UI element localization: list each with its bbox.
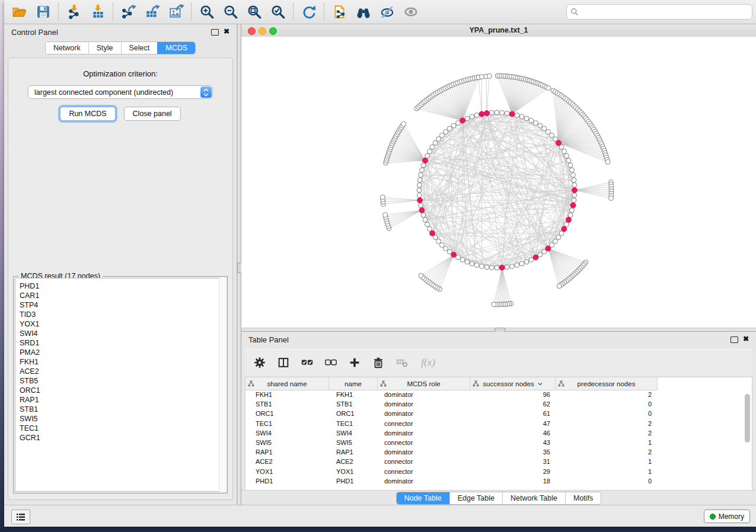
tab-motifs[interactable]: Motifs bbox=[565, 492, 601, 504]
column-header-successor-nodes[interactable]: successor nodes bbox=[470, 377, 556, 390]
float-panel-icon[interactable] bbox=[731, 336, 738, 343]
table-row-YOX1[interactable]: YOX1YOX1connector291 bbox=[245, 467, 743, 476]
table-row-ORC1[interactable]: ORC1ORC1dominator610 bbox=[245, 409, 743, 418]
table-row-RAP1[interactable]: RAP1RAP1dominator352 bbox=[245, 447, 743, 457]
scrollbar-thumb[interactable] bbox=[745, 394, 750, 443]
table-row-FKH1[interactable]: FKH1FKH1dominator962 bbox=[245, 390, 743, 399]
optimization-criterion-select[interactable]: largest connected component (undirected) bbox=[28, 85, 213, 99]
zoom-out-icon[interactable] bbox=[219, 2, 243, 22]
mcds-result-node[interactable]: PMA2 bbox=[20, 348, 225, 357]
mcds-result-node[interactable]: RAP1 bbox=[20, 395, 225, 405]
tab-mcds[interactable]: MCDS bbox=[157, 42, 195, 54]
select-all-icon[interactable] bbox=[299, 355, 315, 370]
mcds-result-node[interactable]: STB5 bbox=[20, 376, 225, 386]
mcds-result-node[interactable]: YOX1 bbox=[20, 319, 225, 329]
settings-gear-icon[interactable] bbox=[252, 355, 267, 370]
preview-icon[interactable] bbox=[399, 2, 423, 22]
search-input[interactable] bbox=[581, 7, 748, 17]
open-file-icon[interactable] bbox=[8, 2, 31, 22]
cell-predecessor-nodes: 1 bbox=[616, 457, 652, 466]
cell-name: TEC1 bbox=[336, 419, 353, 428]
delete-column-icon[interactable] bbox=[371, 355, 386, 370]
memory-button[interactable]: Memory bbox=[704, 509, 750, 523]
network-canvas[interactable] bbox=[241, 37, 756, 328]
export-image-icon[interactable] bbox=[164, 2, 188, 22]
mcds-result-node[interactable]: SWI4 bbox=[20, 329, 225, 338]
cell-predecessor-nodes: 1 bbox=[616, 438, 652, 447]
cell-predecessor-nodes: 2 bbox=[616, 419, 652, 428]
cell-predecessor-nodes: 0 bbox=[616, 399, 652, 409]
import-network-icon[interactable] bbox=[62, 2, 86, 22]
table-row-STB1[interactable]: STB1STB1dominator620 bbox=[245, 399, 743, 409]
horizontal-splitter[interactable] bbox=[241, 328, 756, 332]
table-row-PHD1[interactable]: PHD1PHD1dominator180 bbox=[245, 476, 743, 486]
column-header-name[interactable]: name bbox=[329, 377, 378, 390]
find-icon[interactable] bbox=[352, 2, 375, 22]
column-type-icon bbox=[248, 380, 254, 387]
save-session-icon[interactable] bbox=[31, 2, 55, 22]
cell-predecessor-nodes: 2 bbox=[616, 428, 652, 438]
mcds-result-node[interactable]: STP4 bbox=[20, 300, 225, 310]
close-panel-button[interactable]: Close panel bbox=[124, 107, 181, 121]
mcds-result-node[interactable]: SWI5 bbox=[20, 414, 225, 424]
search-box[interactable] bbox=[566, 4, 752, 20]
mcds-result-node[interactable]: PHD1 bbox=[20, 281, 225, 291]
column-header-MCDS-role[interactable]: MCDS role bbox=[378, 377, 470, 390]
close-panel-icon[interactable]: ✖ bbox=[224, 27, 229, 36]
tab-node-table[interactable]: Node Table bbox=[397, 492, 449, 504]
cell-successor-nodes: 62 bbox=[515, 399, 550, 409]
cell-shared-name: FKH1 bbox=[256, 390, 272, 399]
cell-name: ACE2 bbox=[336, 457, 353, 466]
mcds-result-node[interactable]: CAR1 bbox=[20, 291, 225, 300]
close-panel-icon[interactable]: ✖ bbox=[743, 335, 749, 343]
mcds-list-scrollbar[interactable] bbox=[219, 278, 226, 492]
zoom-in-icon[interactable] bbox=[195, 2, 219, 22]
task-history-button[interactable] bbox=[11, 509, 30, 524]
add-column-icon[interactable] bbox=[347, 355, 362, 370]
tab-network[interactable]: Network bbox=[46, 42, 88, 54]
vertical-splitter[interactable] bbox=[237, 24, 241, 505]
tab-style[interactable]: Style bbox=[88, 42, 121, 54]
clone-network-icon[interactable] bbox=[328, 2, 352, 22]
export-table-icon[interactable] bbox=[141, 2, 164, 22]
mcds-result-node[interactable]: TID3 bbox=[20, 310, 225, 319]
network-graph[interactable] bbox=[241, 37, 756, 328]
import-table-icon[interactable] bbox=[86, 2, 110, 22]
table-row-ACE2[interactable]: ACE2ACE2connector311 bbox=[245, 457, 743, 466]
cell-mcds-role: dominator bbox=[384, 409, 413, 418]
network-window-title: YPA_prune.txt_1 bbox=[241, 26, 756, 34]
tab-select[interactable]: Select bbox=[121, 42, 158, 54]
zoom-fit-icon[interactable] bbox=[243, 2, 266, 22]
column-layout-icon[interactable] bbox=[276, 355, 291, 370]
mcds-result-node[interactable]: ORC1 bbox=[20, 386, 225, 395]
cell-name: ORC1 bbox=[336, 409, 355, 418]
mcds-result-node[interactable]: FKH1 bbox=[20, 357, 225, 367]
run-mcds-button[interactable]: Run MCDS bbox=[60, 107, 115, 121]
cell-name: STB1 bbox=[336, 399, 353, 409]
cell-successor-nodes: 47 bbox=[515, 419, 550, 428]
refresh-icon[interactable] bbox=[297, 2, 321, 22]
table-row-SWI4[interactable]: SWI4SWI4dominator462 bbox=[245, 428, 743, 438]
deselect-all-icon[interactable] bbox=[323, 355, 339, 370]
mcds-result-node[interactable]: ACE2 bbox=[20, 367, 225, 376]
select-stepper-icon bbox=[200, 86, 212, 98]
column-header-shared-name[interactable]: shared name bbox=[245, 377, 329, 390]
cell-name: SWI4 bbox=[336, 428, 352, 438]
tab-network-table[interactable]: Network Table bbox=[502, 492, 565, 504]
hide-selected-icon[interactable] bbox=[375, 2, 399, 22]
table-row-SWI5[interactable]: SWI5SWI5connector431 bbox=[245, 438, 743, 447]
mcds-result-node[interactable]: STB1 bbox=[20, 405, 225, 414]
mcds-result-list[interactable]: PHD1CAR1STP4TID3YOX1SWI4SRD1PMA2FKH1ACE2… bbox=[15, 278, 226, 492]
table-row-TEC1[interactable]: TEC1TEC1connector472 bbox=[245, 419, 743, 428]
mcds-result-node[interactable]: SRD1 bbox=[20, 338, 225, 348]
column-header-predecessor-nodes[interactable]: predecessor nodes bbox=[556, 377, 658, 390]
zoom-selected-icon[interactable] bbox=[266, 2, 290, 22]
table-scrollbar[interactable] bbox=[745, 392, 750, 488]
network-window-titlebar[interactable]: YPA_prune.txt_1 bbox=[241, 24, 756, 37]
float-panel-icon[interactable] bbox=[211, 29, 219, 36]
export-network-icon[interactable] bbox=[117, 2, 141, 22]
tab-edge-table[interactable]: Edge Table bbox=[449, 492, 502, 504]
table-panel-title: Table Panel bbox=[248, 335, 289, 344]
mcds-result-node[interactable]: GCR1 bbox=[20, 433, 225, 443]
mcds-result-node[interactable]: TEC1 bbox=[20, 424, 225, 433]
